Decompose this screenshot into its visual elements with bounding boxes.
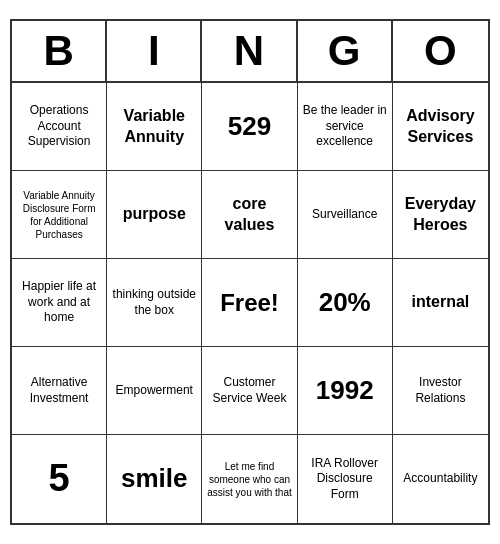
bingo-cell: Investor Relations [393, 347, 488, 435]
bingo-cell: Alternative Investment [12, 347, 107, 435]
bingo-cell: Let me find someone who can assist you w… [202, 435, 297, 523]
bingo-cell: Be the leader in service excellence [298, 83, 393, 171]
bingo-cell: Advisory Services [393, 83, 488, 171]
bingo-cell: Operations Account Supervision [12, 83, 107, 171]
bingo-cell: purpose [107, 171, 202, 259]
header-letter: G [298, 21, 393, 81]
bingo-cell: Accountability [393, 435, 488, 523]
bingo-cell: Everyday Heroes [393, 171, 488, 259]
header-letter: I [107, 21, 202, 81]
bingo-cell: IRA Rollover Disclosure Form [298, 435, 393, 523]
bingo-cell: thinking outside the box [107, 259, 202, 347]
bingo-cell: Customer Service Week [202, 347, 297, 435]
bingo-grid: Operations Account SupervisionVariable A… [12, 83, 488, 523]
bingo-cell: Surveillance [298, 171, 393, 259]
bingo-cell: Variable Annuity Disclosure Form for Add… [12, 171, 107, 259]
bingo-cell: Free! [202, 259, 297, 347]
bingo-cell: internal [393, 259, 488, 347]
header-letter: B [12, 21, 107, 81]
bingo-cell: Variable Annuity [107, 83, 202, 171]
header-letter: N [202, 21, 297, 81]
bingo-cell: 529 [202, 83, 297, 171]
bingo-cell: smile [107, 435, 202, 523]
bingo-cell: 5 [12, 435, 107, 523]
bingo-card: BINGO Operations Account SupervisionVari… [10, 19, 490, 525]
header-letter: O [393, 21, 488, 81]
bingo-header: BINGO [12, 21, 488, 83]
bingo-cell: 20% [298, 259, 393, 347]
bingo-cell: Empowerment [107, 347, 202, 435]
bingo-cell: 1992 [298, 347, 393, 435]
bingo-cell: core values [202, 171, 297, 259]
bingo-cell: Happier life at work and at home [12, 259, 107, 347]
